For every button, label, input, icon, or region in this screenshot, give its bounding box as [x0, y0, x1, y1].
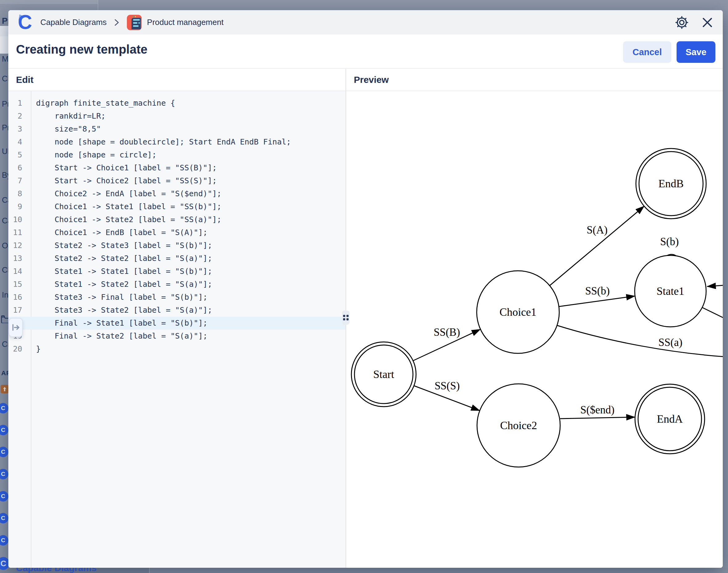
app-icon: C	[0, 491, 8, 502]
svg-text:State1: State1	[657, 285, 684, 297]
svg-text:EndB: EndB	[658, 177, 684, 190]
code-line: 19 Final -> State2 [label = "S(a)"];	[8, 330, 345, 343]
save-button[interactable]: Save	[677, 41, 715, 63]
page-title: Creating new template	[16, 43, 148, 56]
indent-arrow-icon	[11, 322, 21, 332]
code-lines: 1digraph finite_state_machine {2 rankdir…	[8, 97, 345, 356]
fsm-node-EndA: EndA	[635, 384, 705, 454]
app-icon: C	[0, 469, 8, 479]
close-icon[interactable]	[701, 16, 714, 29]
code-line: 12 State2 -> State3 [label = "S(b)"];	[8, 239, 345, 252]
fsm-node-Start: Start	[351, 342, 416, 407]
code-line: 6 Start -> Choice1 [label = "SS(B)"];	[8, 161, 345, 174]
fsm-edge-label: SS(S)	[435, 380, 460, 392]
code-line: 2 rankdir=LR;	[8, 110, 345, 122]
background-bottom-divider	[149, 568, 150, 573]
app-icon: C	[0, 403, 8, 413]
svg-text:Start: Start	[373, 368, 394, 380]
svg-text:EndA: EndA	[657, 413, 683, 425]
template-editor-modal: C Capable Diagrams Product management	[8, 10, 723, 568]
product-management-icon	[127, 15, 142, 30]
fsm-edge-label: S(b)	[660, 236, 679, 248]
modal-title-row: Creating new template Cancel Save	[8, 35, 723, 69]
settings-gear-icon[interactable]	[675, 15, 689, 30]
background-top-divider	[98, 0, 98, 10]
app-upload-icon	[1, 385, 9, 394]
code-line: 1digraph finite_state_machine {	[8, 97, 345, 110]
pane-resize-handle[interactable]	[342, 311, 349, 325]
breadcrumb-page[interactable]: Product management	[147, 17, 224, 27]
fsm-edge-label: S($end)	[580, 404, 615, 416]
fsm-node-EndB: EndB	[636, 149, 706, 219]
fsm-diagram: StartChoice1Choice2State1EndBEndA SS(B)S…	[346, 91, 723, 568]
svg-text:Choice1: Choice1	[500, 306, 537, 318]
panes-header: Edit Preview	[8, 69, 723, 91]
code-line: 18 Final -> State1 [label = "S(b)"];	[8, 317, 345, 330]
code-line: 20}	[8, 343, 345, 356]
panes-content: 1digraph finite_state_machine {2 rankdir…	[8, 91, 723, 568]
fsm-edge-label: SS(a)	[658, 336, 682, 349]
fsm-node-Choice1: Choice1	[477, 271, 559, 353]
fsm-node-Choice2: Choice2	[477, 384, 560, 467]
fsm-edge-Choice1-State1	[559, 296, 635, 307]
fsm-edge-Final-State1	[707, 285, 723, 286]
background-sidebar-band	[0, 26, 8, 36]
fsm-edge-Choice1-State2	[557, 325, 723, 357]
background-bottom-strip: Capable Diagrams	[0, 568, 728, 573]
fsm-edge-label: S(A)	[586, 224, 608, 236]
capable-diagrams-logo-icon: C	[18, 13, 35, 32]
code-line: 16 State3 -> Final [label = "S(b)"];	[8, 291, 345, 304]
background-bottom-panel	[150, 568, 728, 573]
fsm-edge-Choice1-EndB	[550, 206, 644, 285]
background-brand-text: Capable Diagrams	[16, 568, 97, 573]
background-nav-fragment: M	[2, 54, 9, 64]
edit-pane-label: Edit	[8, 69, 345, 91]
background-sidebar-band	[0, 36, 8, 54]
fsm-edge-Choice2-EndA	[560, 417, 635, 419]
fsm-edge-label: SS(B)	[434, 326, 460, 338]
svg-text:Choice2: Choice2	[500, 419, 537, 432]
modal-header: C Capable Diagrams Product management	[8, 10, 723, 35]
fsm-node-State1: State1	[635, 255, 706, 327]
app-icon: C	[0, 513, 8, 523]
app-icon: C	[0, 425, 8, 435]
code-line: 10 Choice1 -> State2 [label = "SS(a)"];	[8, 213, 345, 226]
breadcrumb-chevron-icon	[114, 18, 119, 27]
code-line: 8 Choice2 -> EndA [label = "S($end)"];	[8, 187, 345, 200]
code-line: 11 Choice1 -> EndB [label = "S(A)"];	[8, 226, 345, 239]
screen: { "colors": { "accent_blue": "#2d5be3", …	[0, 0, 728, 573]
app-icon: C	[0, 447, 8, 457]
background-top-tab	[0, 0, 98, 4]
app-icon: C	[0, 535, 8, 545]
background-nav-fragment: In	[2, 290, 9, 300]
cancel-button[interactable]: Cancel	[623, 41, 671, 63]
jump-to-line-button[interactable]	[9, 318, 23, 337]
code-line: 7 Start -> Choice2 [label = "SS(S)"];	[8, 174, 345, 187]
code-line: 5 node [shape = circle];	[8, 149, 345, 161]
code-line: 17 State3 -> State2 [label = "S(a)"];	[8, 304, 345, 317]
code-line: 9 Choice1 -> State1 [label = "SS(b)"];	[8, 200, 345, 213]
breadcrumb-app[interactable]: Capable Diagrams	[40, 17, 107, 27]
code-line: 13 State2 -> State2 [label = "S(a)"];	[8, 252, 345, 265]
code-line: 15 State1 -> State2 [label = "S(a)"];	[8, 278, 345, 291]
fsm-edge-label: SS(b)	[585, 285, 610, 297]
code-editor[interactable]: 1digraph finite_state_machine {2 rankdir…	[8, 91, 345, 568]
fsm-edge-State1-State2	[702, 307, 723, 318]
code-line: 4 node [shape = doublecircle]; Start End…	[8, 136, 345, 149]
code-line: 14 State1 -> State1 [label = "S(b)"];	[8, 265, 345, 278]
preview-pane-label: Preview	[345, 69, 723, 91]
code-line: 3 size="8,5"	[8, 122, 345, 136]
diagram-preview: StartChoice1Choice2State1EndBEndA SS(B)S…	[346, 91, 723, 568]
